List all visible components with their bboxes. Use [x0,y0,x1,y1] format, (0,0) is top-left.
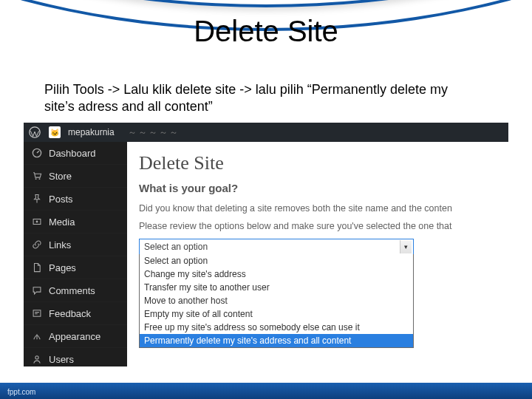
wp-admin-bar[interactable]: 🐱 mepakurnia ～～～～～ [24,123,508,142]
sidebar-item-posts[interactable]: Posts [24,188,127,211]
sidebar-item-users[interactable]: Users [24,348,127,366]
sidebar-item-links[interactable]: Links [24,233,127,256]
comment-icon [31,284,43,296]
screenshot: 🐱 mepakurnia ～～～～～ DashboardStorePostsMe… [24,123,508,366]
sidebar-item-appearance[interactable]: Appearance [24,325,127,348]
sidebar-item-label: Store [49,171,72,182]
link-icon [31,239,43,250]
goal-question: What is your goal? [139,182,497,194]
sidebar-item-label: Feedback [49,308,91,319]
sidebar-item-label: Users [49,354,74,365]
select-option[interactable]: Change my site's address [140,267,413,281]
sidebar-item-label: Dashboard [49,148,96,159]
select-option[interactable]: Free up my site's address so somebody el… [140,321,413,334]
slide-subtitle: Pilih Tools -> Lalu klik delete site -> … [44,81,480,116]
sidebar-item-label: Appearance [49,331,100,342]
select-option[interactable]: Empty my site of all content [140,307,413,321]
sidebar-item-comments[interactable]: Comments [24,279,127,302]
page-icon [31,262,43,273]
info-paragraph-1: Did you know that deleting a site remove… [139,203,497,214]
site-avatar-icon[interactable]: 🐱 [49,126,61,138]
user-icon [31,353,43,365]
slide: Delete Site Pilih Tools -> Lalu klik del… [0,0,532,399]
sidebar-item-feedback[interactable]: Feedback [24,302,127,325]
sidebar-item-label: Links [49,239,71,250]
svg-point-7 [35,356,38,359]
decorative-squiggle: ～～～～～ [128,126,180,139]
admin-bar-site-name[interactable]: mepakurnia [68,127,115,137]
content-area: Delete Site What is your goal? Did you k… [127,142,508,366]
appearance-icon [31,330,43,342]
page-title: Delete Site [139,152,497,174]
select-option[interactable]: Move to another host [140,294,413,307]
svg-point-2 [35,178,37,180]
cart-icon [31,170,43,182]
sidebar-item-label: Media [49,216,75,228]
goal-select-dropdown: Select an optionChange my site's address… [139,254,414,348]
sidebar-item-store[interactable]: Store [24,165,127,188]
sidebar-item-pages[interactable]: Pages [24,256,127,279]
sidebar-item-label: Pages [49,262,76,273]
sidebar-item-label: Posts [49,194,73,205]
info-paragraph-2: Please review the options below and make… [139,221,497,231]
select-option[interactable]: Permanently delete my site's address and… [140,334,413,347]
select-option[interactable]: Select an option [140,254,413,267]
feedback-icon [31,307,43,319]
select-current-value: Select an option [144,242,208,252]
media-icon [31,216,43,228]
wordpress-logo-icon[interactable] [28,126,41,139]
slide-title: Delete Site [0,15,532,48]
sidebar-item-label: Comments [49,285,95,296]
svg-rect-6 [33,310,41,316]
goal-select[interactable]: Select an option ▾ Select an optionChang… [139,239,414,255]
svg-point-5 [36,221,38,223]
dashboard-icon [31,147,43,159]
footer-credit: fppt.com [7,388,35,396]
admin-sidebar: DashboardStorePostsMediaLinksPagesCommen… [24,142,127,366]
sidebar-item-media[interactable]: Media [24,211,127,233]
sidebar-item-dashboard[interactable]: Dashboard [24,142,127,165]
pin-icon [31,193,43,205]
svg-point-3 [39,178,41,180]
slide-footer-bar: fppt.com [0,383,532,399]
chevron-down-icon[interactable]: ▾ [400,240,412,253]
select-option[interactable]: Transfer my site to another user [140,281,413,294]
